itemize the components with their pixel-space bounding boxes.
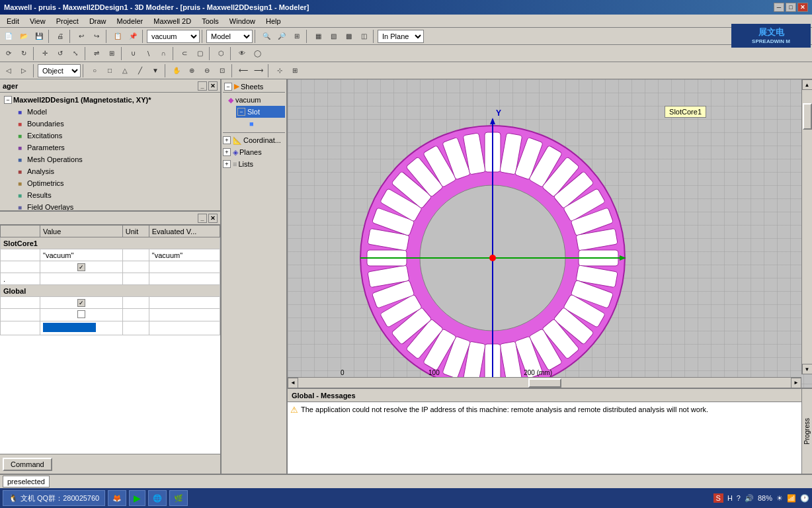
taskbar-app-1[interactable]: 🐧 文机 QQ群：280025760 [3, 490, 105, 506]
tray-h[interactable]: H [727, 494, 733, 502]
tray-q[interactable]: ? [737, 494, 741, 502]
tb3-2[interactable]: ▷ [17, 64, 31, 78]
maximize-btn[interactable]: □ [786, 3, 796, 12]
tree-project-root[interactable]: − Maxwell2DDesign1 (Magnetostatic, XY)* [1, 94, 219, 106]
menu-edit[interactable]: Edit [1, 16, 24, 26]
tray-brightness[interactable]: ☀ [776, 494, 783, 503]
scroll-thumb-h[interactable] [528, 378, 561, 388]
h-scrollbar[interactable]: ◄ ► [288, 377, 801, 388]
tb3-fit2[interactable]: ⊡ [215, 64, 229, 78]
tb-paste[interactable]: 📌 [126, 29, 140, 44]
tb2-cover[interactable]: ▢ [192, 46, 207, 61]
scroll-track-v[interactable] [802, 90, 813, 364]
row-checkbox-1[interactable]: ✓ [40, 261, 123, 273]
plane-dropdown[interactable]: In Plane [378, 30, 424, 43]
table-row[interactable] [1, 321, 220, 335]
minimize-btn[interactable]: ─ [774, 3, 784, 12]
tree-item-boundaries[interactable]: ■ Boundaries [1, 118, 219, 130]
v-scrollbar[interactable]: ▲ ▼ [801, 79, 812, 374]
tb3-prev[interactable]: ⟵ [236, 64, 251, 78]
tb3-zout[interactable]: ⊖ [200, 64, 214, 78]
table-row[interactable]: ✓ [1, 297, 220, 309]
menu-window[interactable]: Window [224, 16, 261, 26]
slot-expand[interactable]: − [237, 108, 245, 116]
tb3-square[interactable]: □ [102, 64, 117, 78]
scroll-right-btn[interactable]: ► [791, 378, 801, 388]
tb-save[interactable]: 💾 [32, 29, 46, 44]
tree-content[interactable]: − Maxwell2DDesign1 (Magnetostatic, XY)* … [0, 93, 220, 210]
taskbar-app-leaf[interactable]: 🌿 [169, 490, 188, 506]
tb-print[interactable]: 🖨 [53, 29, 67, 44]
props-close-btn[interactable]: ✕ [208, 214, 218, 223]
lists-expand[interactable]: + [223, 160, 231, 168]
panel-pin-btn[interactable]: _ [198, 81, 207, 91]
tb-view3[interactable]: ▩ [341, 29, 356, 44]
tb2-rotate[interactable]: ↺ [53, 46, 67, 61]
scroll-left-btn[interactable]: ◄ [288, 378, 298, 388]
taskbar-app-play[interactable]: ▶ [129, 490, 145, 506]
tb2-2[interactable]: ↻ [17, 46, 31, 61]
tb-view4[interactable]: ◫ [356, 29, 371, 44]
tree-item-optimetrics[interactable]: ■ Optimetrics [1, 177, 219, 189]
tb-zoom-out[interactable]: 🔎 [274, 29, 289, 44]
tree-item-mesh[interactable]: ■ Mesh Operations [1, 153, 219, 165]
tb3-tri[interactable]: △ [118, 64, 132, 78]
tree-item-analysis[interactable]: ■ Analysis [1, 165, 219, 177]
tb2-scale[interactable]: ⤡ [68, 46, 83, 61]
coord-item[interactable]: + 📐 Coordinat... [223, 134, 285, 146]
tb2-mirror[interactable]: ⇌ [89, 46, 104, 61]
row-value-1[interactable]: "vacuum" [40, 249, 123, 261]
expand-root[interactable]: − [4, 96, 12, 104]
tray-battery[interactable]: 88% [758, 494, 772, 502]
menu-view[interactable]: View [24, 16, 51, 26]
tray-volume[interactable]: 🔊 [745, 494, 754, 503]
tb2-1[interactable]: ⟳ [1, 46, 16, 61]
tb-copy[interactable]: 📋 [110, 29, 125, 44]
tb-zoom-in[interactable]: 🔍 [259, 29, 274, 44]
tb2-union[interactable]: ∪ [126, 46, 140, 61]
panel-close-btn[interactable]: ✕ [208, 81, 218, 91]
tb2-split[interactable]: ⊂ [177, 46, 192, 61]
table-row[interactable]: . [1, 273, 220, 285]
menu-maxwell2d[interactable]: Maxwell 2D [148, 16, 196, 26]
planes-expand[interactable]: + [223, 148, 231, 156]
tb3-zoom[interactable]: ⊕ [184, 64, 199, 78]
taskbar-app-globe[interactable]: 🌐 [148, 490, 167, 506]
tray-s[interactable]: S [713, 493, 723, 503]
tb2-mesh[interactable]: ⬡ [214, 46, 228, 61]
viewport-area[interactable]: Y SlotCore1 ↖ 0 100 200 (mm) [288, 79, 812, 388]
tb3-grid[interactable]: ⊞ [288, 64, 302, 78]
tb2-intersect[interactable]: ∩ [156, 46, 171, 61]
tree-item-excitations[interactable]: ■ Excitations [1, 130, 219, 142]
tb2-move[interactable]: ✛ [38, 46, 52, 61]
table-row[interactable]: "vacuum" "vacuum" [1, 249, 220, 261]
tb2-subtract[interactable]: ∖ [141, 46, 155, 61]
scroll-track-h[interactable] [298, 378, 791, 388]
tb2-eye[interactable]: 👁 [235, 46, 249, 61]
command-button[interactable]: Command [3, 458, 52, 471]
lists-item[interactable]: + ≡ Lists [223, 158, 285, 170]
select-dropdown[interactable]: Object [38, 64, 81, 77]
planes-item[interactable]: + ◈ Planes [223, 146, 285, 158]
tree-item-results[interactable]: ■ Results [1, 189, 219, 201]
sheet-slot-item[interactable]: − Slot [236, 106, 285, 118]
tb-redo[interactable]: ↪ [89, 29, 104, 44]
tb-view2[interactable]: ▧ [326, 29, 341, 44]
menu-project[interactable]: Project [51, 16, 84, 26]
tb3-next[interactable]: ⟶ [251, 64, 266, 78]
tb3-1[interactable]: ◁ [1, 64, 16, 78]
coord-expand[interactable]: + [223, 136, 231, 144]
tb3-filter[interactable]: ▼ [148, 64, 163, 78]
tray-network[interactable]: 📶 [787, 494, 796, 503]
material-dropdown[interactable]: vacuum [147, 30, 200, 43]
tb3-line[interactable]: ╱ [133, 64, 147, 78]
tb3-pan[interactable]: ✋ [169, 64, 184, 78]
menu-modeler[interactable]: Modeler [112, 16, 149, 26]
menu-draw[interactable]: Draw [84, 16, 112, 26]
table-row[interactable]: ✓ [1, 261, 220, 273]
scroll-down-btn[interactable]: ▼ [802, 364, 813, 374]
sheets-expand[interactable]: − [224, 83, 232, 91]
sheet-vacuum-item[interactable]: ◆ vacuum [228, 94, 285, 106]
tree-item-field[interactable]: ■ Field Overlays [1, 201, 219, 210]
props-pin-btn[interactable]: _ [198, 214, 207, 223]
